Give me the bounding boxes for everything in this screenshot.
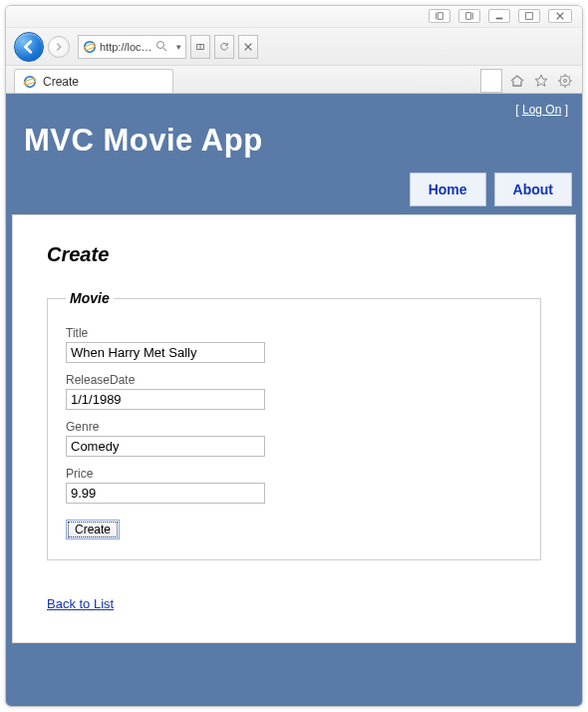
- browser-tab[interactable]: Create: [14, 69, 173, 93]
- nav-forward-button[interactable]: [48, 36, 70, 58]
- input-genre[interactable]: [66, 436, 265, 457]
- page-heading: Create: [47, 243, 541, 266]
- favorites-icon[interactable]: [532, 72, 550, 90]
- window-close-button[interactable]: [548, 9, 572, 23]
- svg-point-4: [157, 41, 164, 48]
- label-title: Title: [66, 326, 522, 340]
- tab-strip: Create: [6, 66, 582, 94]
- address-dropdown-icon[interactable]: ▾: [176, 42, 181, 52]
- label-price: Price: [66, 467, 522, 481]
- address-search-hint: [155, 40, 173, 54]
- logon-link[interactable]: Log On: [522, 103, 561, 117]
- back-to-list-link[interactable]: Back to List: [47, 596, 114, 611]
- window-maximize-button[interactable]: [518, 9, 540, 23]
- window-snap-right-icon[interactable]: [458, 9, 480, 23]
- viewport: [ Log On ] MVC Movie App Home About Crea…: [6, 94, 582, 706]
- refresh-button[interactable]: [214, 35, 234, 59]
- ie-icon: [23, 75, 37, 89]
- svg-rect-0: [496, 18, 503, 20]
- nav-back-button[interactable]: [14, 32, 44, 62]
- svg-rect-1: [526, 13, 533, 20]
- stop-button[interactable]: [238, 35, 258, 59]
- tab-title: Create: [43, 75, 79, 89]
- input-price[interactable]: [66, 483, 265, 504]
- tools-icon[interactable]: [556, 72, 574, 90]
- new-tab-button[interactable]: [480, 69, 502, 93]
- svg-point-9: [564, 80, 567, 83]
- nav-about[interactable]: About: [494, 173, 572, 206]
- main-content: Create Movie Title ReleaseDate Genre Pri…: [12, 214, 576, 643]
- compat-view-button[interactable]: [190, 35, 210, 59]
- svg-point-8: [560, 76, 570, 86]
- address-bar[interactable]: http://loc… ▾: [78, 35, 186, 59]
- site-title: MVC Movie App: [12, 117, 576, 173]
- browser-window: http://loc… ▾ Create: [5, 5, 583, 707]
- top-nav: Home About: [12, 173, 576, 206]
- window-snap-left-icon[interactable]: [429, 9, 450, 23]
- label-genre: Genre: [66, 420, 522, 434]
- browser-toolbar: http://loc… ▾: [6, 28, 582, 66]
- input-title[interactable]: [66, 342, 265, 363]
- fieldset-legend: Movie: [66, 290, 114, 306]
- window-minimize-button[interactable]: [488, 9, 510, 23]
- label-releasedate: ReleaseDate: [66, 373, 522, 387]
- browser-tools: [508, 72, 574, 93]
- address-text[interactable]: http://loc…: [100, 41, 152, 53]
- input-releasedate[interactable]: [66, 389, 265, 410]
- ie-icon: [83, 40, 97, 54]
- home-icon[interactable]: [508, 72, 526, 90]
- movie-fieldset: Movie Title ReleaseDate Genre Price Crea…: [47, 290, 541, 560]
- logon-bar: [ Log On ]: [12, 95, 576, 117]
- site-body: [ Log On ] MVC Movie App Home About Crea…: [6, 94, 582, 706]
- create-button[interactable]: Create: [66, 520, 120, 539]
- window-controls: [6, 6, 582, 28]
- nav-home[interactable]: Home: [410, 173, 486, 206]
